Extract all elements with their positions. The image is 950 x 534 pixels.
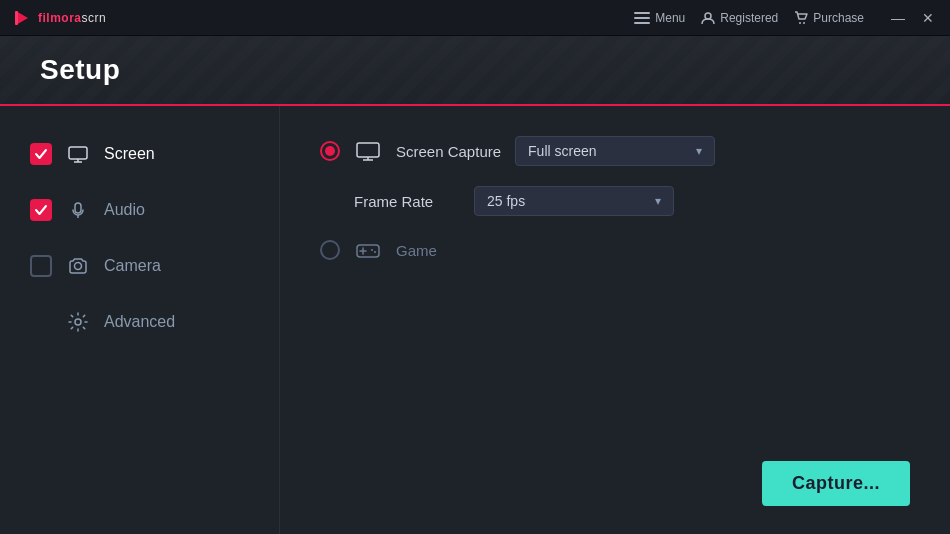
user-icon	[701, 11, 715, 25]
game-label: Game	[396, 242, 496, 259]
sidebar-item-advanced[interactable]: Advanced	[0, 294, 279, 350]
advanced-label: Advanced	[104, 313, 175, 331]
capture-button[interactable]: Capture...	[762, 461, 910, 506]
checkmark-icon	[34, 203, 48, 217]
sidebar: Screen Audio	[0, 106, 280, 534]
audio-icon	[66, 198, 90, 222]
svg-point-18	[374, 251, 376, 253]
registered-button[interactable]: Registered	[701, 11, 778, 25]
frame-rate-row: Frame Rate 25 fps ▾	[354, 186, 910, 216]
chevron-down-icon: ▾	[655, 194, 661, 208]
frame-rate-value: 25 fps	[487, 193, 647, 209]
content-area: Screen Capture Full screen ▾ Frame Rate …	[280, 106, 950, 534]
cart-icon	[794, 11, 808, 25]
chevron-down-icon: ▾	[696, 144, 702, 158]
titlebar-left: filmorascrn	[12, 8, 106, 28]
screen-capture-label: Screen Capture	[396, 143, 501, 160]
screen-capture-radio[interactable]	[320, 141, 340, 161]
app-logo	[12, 8, 32, 28]
svg-rect-1	[15, 11, 18, 25]
registered-label: Registered	[720, 11, 778, 25]
app-name-part2: scrn	[82, 11, 107, 25]
screen-capture-dropdown[interactable]: Full screen ▾	[515, 136, 715, 166]
svg-rect-5	[69, 147, 87, 159]
svg-point-4	[803, 22, 805, 24]
page-title: Setup	[40, 54, 910, 86]
titlebar-right: Menu Registered Purchase —	[634, 10, 938, 26]
app-name: filmorascrn	[38, 11, 106, 25]
menu-button[interactable]: Menu	[634, 11, 685, 25]
audio-checkbox[interactable]	[30, 199, 52, 221]
camera-label: Camera	[104, 257, 161, 275]
menu-label: Menu	[655, 11, 685, 25]
sidebar-item-audio[interactable]: Audio	[0, 182, 279, 238]
purchase-label: Purchase	[813, 11, 864, 25]
camera-checkbox[interactable]	[30, 255, 52, 277]
screen-capture-value: Full screen	[528, 143, 688, 159]
game-icon	[354, 236, 382, 264]
svg-point-9	[75, 263, 82, 270]
frame-rate-dropdown[interactable]: 25 fps ▾	[474, 186, 674, 216]
purchase-button[interactable]: Purchase	[794, 11, 864, 25]
sidebar-item-camera[interactable]: Camera	[0, 238, 279, 294]
close-button[interactable]: ✕	[918, 10, 938, 26]
titlebar-menu-group: Menu Registered Purchase	[634, 11, 864, 25]
game-radio[interactable]	[320, 240, 340, 260]
advanced-icon	[66, 310, 90, 334]
svg-point-2	[705, 13, 711, 19]
checkmark-icon	[34, 147, 48, 161]
svg-point-3	[799, 22, 801, 24]
sidebar-item-screen[interactable]: Screen	[0, 126, 279, 182]
main-content: Screen Audio	[0, 106, 950, 534]
game-option-row: Game	[320, 236, 910, 264]
camera-icon	[66, 254, 90, 278]
svg-point-10	[75, 319, 81, 325]
frame-rate-label: Frame Rate	[354, 193, 454, 210]
svg-rect-11	[357, 143, 379, 157]
page-header: Setup	[0, 36, 950, 106]
app-name-part1: filmora	[38, 11, 82, 25]
screen-capture-option-row: Screen Capture Full screen ▾	[320, 136, 910, 166]
hamburger-icon	[634, 12, 650, 24]
minimize-button[interactable]: —	[888, 10, 908, 26]
advanced-spacer	[30, 311, 52, 333]
svg-point-17	[371, 249, 373, 251]
screen-checkbox[interactable]	[30, 143, 52, 165]
audio-label: Audio	[104, 201, 145, 219]
screen-capture-icon	[354, 137, 382, 165]
screen-label: Screen	[104, 145, 155, 163]
window-controls: — ✕	[888, 10, 938, 26]
screen-icon	[66, 142, 90, 166]
titlebar: filmorascrn Menu Registered	[0, 0, 950, 36]
